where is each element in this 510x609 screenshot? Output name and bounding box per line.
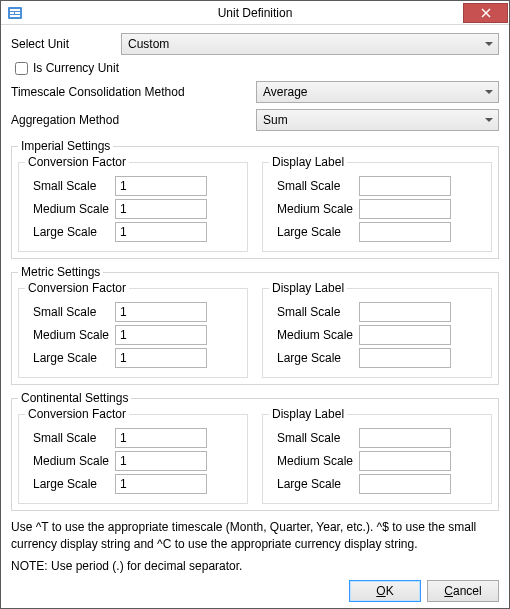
svg-rect-1 [10,9,20,11]
conversion-factor-legend: Conversion Factor [25,281,129,295]
medium-scale-label: Medium Scale [25,454,115,468]
display-label-legend: Display Label [269,281,347,295]
imperial-cf-medium-input[interactable] [115,199,207,219]
select-unit-dropdown[interactable]: Custom [121,33,499,55]
conversion-factor-legend: Conversion Factor [25,407,129,421]
metric-conversion-factor-group: Conversion Factor Small Scale Medium Sca… [18,281,248,378]
metric-dl-small-input[interactable] [359,302,451,322]
conversion-factor-legend: Conversion Factor [25,155,129,169]
close-button[interactable] [463,3,508,23]
continental-display-label-group: Display Label Small Scale Medium Scale L… [262,407,492,504]
imperial-settings-legend: Imperial Settings [18,139,113,153]
metric-dl-large-input[interactable] [359,348,451,368]
titlebar: Unit Definition [1,1,509,25]
imperial-dl-small-input[interactable] [359,176,451,196]
metric-settings-group: Metric Settings Conversion Factor Small … [11,265,499,385]
footer-note-1: Use ^T to use the appropriate timescale … [11,519,499,551]
small-scale-label: Small Scale [269,431,359,445]
app-icon [7,5,23,21]
is-currency-label: Is Currency Unit [33,61,119,75]
select-unit-label: Select Unit [11,37,121,51]
large-scale-label: Large Scale [25,477,115,491]
continental-settings-legend: Continental Settings [18,391,131,405]
small-scale-label: Small Scale [269,305,359,319]
svg-rect-3 [15,12,20,14]
large-scale-label: Large Scale [25,351,115,365]
large-scale-label: Large Scale [269,225,359,239]
close-icon [481,8,491,18]
client-area: Select Unit Custom Is Currency Unit Time… [1,25,509,608]
large-scale-label: Large Scale [25,225,115,239]
metric-cf-medium-input[interactable] [115,325,207,345]
imperial-dl-medium-input[interactable] [359,199,451,219]
unit-definition-dialog: Unit Definition Select Unit Custom Is Cu… [0,0,510,609]
aggregation-method-dropdown[interactable]: Sum [256,109,499,131]
svg-rect-2 [10,12,14,14]
medium-scale-label: Medium Scale [269,328,359,342]
timescale-method-label: Timescale Consolidation Method [11,85,256,99]
continental-dl-small-input[interactable] [359,428,451,448]
continental-conversion-factor-group: Conversion Factor Small Scale Medium Sca… [18,407,248,504]
medium-scale-label: Medium Scale [25,328,115,342]
display-label-legend: Display Label [269,155,347,169]
metric-cf-large-input[interactable] [115,348,207,368]
continental-cf-large-input[interactable] [115,474,207,494]
continental-dl-medium-input[interactable] [359,451,451,471]
continental-cf-small-input[interactable] [115,428,207,448]
imperial-cf-small-input[interactable] [115,176,207,196]
imperial-settings-group: Imperial Settings Conversion Factor Smal… [11,139,499,259]
ok-button[interactable]: OK [349,580,421,602]
small-scale-label: Small Scale [25,179,115,193]
continental-settings-group: Continental Settings Conversion Factor S… [11,391,499,511]
svg-rect-4 [10,15,20,17]
imperial-cf-large-input[interactable] [115,222,207,242]
metric-settings-legend: Metric Settings [18,265,103,279]
imperial-display-label-group: Display Label Small Scale Medium Scale L… [262,155,492,252]
medium-scale-label: Medium Scale [25,202,115,216]
footer-note-2: NOTE: Use period (.) for decimal separat… [11,558,499,574]
imperial-conversion-factor-group: Conversion Factor Small Scale Medium Sca… [18,155,248,252]
cancel-button[interactable]: Cancel [427,580,499,602]
window-title: Unit Definition [1,6,509,20]
is-currency-checkbox[interactable] [15,62,28,75]
timescale-method-dropdown[interactable]: Average [256,81,499,103]
large-scale-label: Large Scale [269,477,359,491]
metric-display-label-group: Display Label Small Scale Medium Scale L… [262,281,492,378]
continental-dl-large-input[interactable] [359,474,451,494]
imperial-dl-large-input[interactable] [359,222,451,242]
small-scale-label: Small Scale [25,305,115,319]
medium-scale-label: Medium Scale [269,454,359,468]
metric-cf-small-input[interactable] [115,302,207,322]
aggregation-method-label: Aggregation Method [11,113,256,127]
continental-cf-medium-input[interactable] [115,451,207,471]
small-scale-label: Small Scale [269,179,359,193]
metric-dl-medium-input[interactable] [359,325,451,345]
is-currency-checkbox-wrap[interactable]: Is Currency Unit [15,61,499,75]
small-scale-label: Small Scale [25,431,115,445]
large-scale-label: Large Scale [269,351,359,365]
display-label-legend: Display Label [269,407,347,421]
medium-scale-label: Medium Scale [269,202,359,216]
